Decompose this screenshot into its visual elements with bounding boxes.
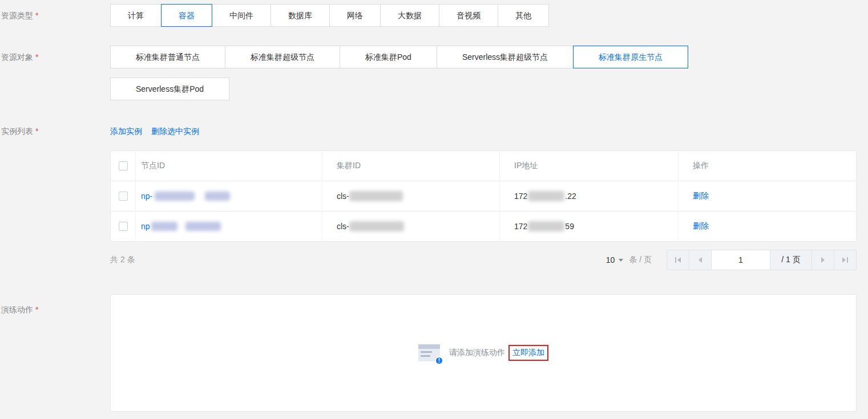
redacted-text (205, 192, 230, 201)
table-row: np cls- 172 59 删除 (111, 211, 856, 241)
resource-object-option-1[interactable]: 标准集群超级节点 (225, 46, 340, 68)
resource-type-option-3[interactable]: 数据库 (271, 4, 330, 27)
column-header-cluster-id: 集群ID (322, 151, 500, 181)
table-row: np- cls- 172 .22 删除 (111, 181, 856, 211)
column-header-operation: 操作 (679, 151, 856, 181)
redacted-text (528, 221, 564, 231)
instance-list-label-text: 实例列表 (1, 127, 33, 136)
page-size-select[interactable]: 10 (606, 255, 624, 265)
required-asterisk: * (35, 11, 38, 20)
node-id-link[interactable]: np (141, 222, 150, 231)
empty-hint-text: 请添加演练动作 (449, 348, 505, 358)
add-instance-link[interactable]: 添加实例 (110, 127, 142, 136)
cluster-id-cell: cls- (322, 211, 500, 241)
resource-type-option-6[interactable]: 音视频 (439, 4, 498, 27)
resource-object-option-0[interactable]: 标准集群普通节点 (110, 46, 225, 68)
prev-page-button[interactable] (689, 250, 712, 270)
resource-object-option-4[interactable]: 标准集群原生节点 (573, 46, 688, 68)
table-header-row: 节点ID 集群ID IP地址 操作 (111, 151, 856, 181)
resource-type-label-text: 资源类型 (1, 11, 33, 20)
arrow-left-icon (677, 257, 681, 263)
resource-type-option-0[interactable]: 计算 (110, 4, 162, 27)
redacted-text (349, 191, 403, 201)
instance-list-content: 添加实例 删除选中实例 节点ID 集群ID IP地址 操作 (110, 124, 857, 270)
drill-action-label: 演练动作* (1, 294, 110, 315)
resource-type-option-2[interactable]: 中间件 (212, 4, 271, 27)
resource-type-options: 计算 容器 中间件 数据库 网络 大数据 音视频 其他 (110, 4, 857, 27)
drill-action-row: 演练动作* ! 请添加演练动作 立即添加 (1, 294, 857, 412)
node-id-link[interactable]: np- (141, 192, 152, 201)
first-page-button[interactable] (667, 250, 689, 270)
resource-type-option-1[interactable]: 容器 (161, 4, 212, 27)
row-checkbox[interactable] (119, 192, 128, 201)
resource-type-option-5[interactable]: 大数据 (380, 4, 439, 27)
row-checkbox[interactable] (119, 222, 128, 231)
ip-prefix-text: 172 (514, 192, 527, 201)
empty-state: ! 请添加演练动作 立即添加 (418, 344, 548, 361)
ip-prefix-text: 172 (514, 222, 527, 231)
node-id-cell: np- (136, 181, 322, 211)
operation-cell: 删除 (679, 211, 856, 241)
arrow-left-icon (699, 257, 702, 263)
pagination-controls: 10 条 / 页 1 / 1 页 (606, 250, 857, 270)
resource-object-button-group-line1: 标准集群普通节点 标准集群超级节点 标准集群Pod Serverless集群超级… (110, 46, 857, 68)
instance-table: 节点ID 集群ID IP地址 操作 np- cls- (110, 150, 857, 242)
cluster-id-text: cls- (337, 222, 349, 231)
instance-list-label: 实例列表* (1, 124, 110, 138)
delete-row-link[interactable]: 删除 (693, 221, 709, 231)
operation-cell: 删除 (679, 181, 856, 211)
redacted-text (349, 221, 404, 231)
column-header-node-id: 节点ID (136, 151, 322, 181)
redacted-text (528, 191, 564, 201)
pager: 1 / 1 页 (667, 250, 857, 270)
pagination-bar: 共 2 条 10 条 / 页 1 (110, 250, 857, 270)
select-all-cell (111, 151, 136, 181)
required-asterisk: * (35, 305, 38, 314)
current-page-input[interactable]: 1 (711, 250, 770, 270)
required-asterisk: * (35, 127, 38, 136)
resource-object-option-5[interactable]: Serverless集群Pod (110, 78, 229, 100)
chevron-down-icon (619, 259, 623, 262)
resource-type-button-group: 计算 容器 中间件 数据库 网络 大数据 音视频 其他 (110, 4, 857, 27)
resource-type-option-4[interactable]: 网络 (329, 4, 381, 27)
cluster-id-text: cls- (337, 192, 349, 201)
first-page-icon (675, 257, 676, 263)
resource-object-row: 资源对象* 标准集群普通节点 标准集群超级节点 标准集群Pod Serverle… (1, 46, 857, 100)
drill-action-label-text: 演练动作 (1, 305, 33, 314)
last-page-button[interactable] (834, 250, 857, 270)
next-page-button[interactable] (812, 250, 834, 270)
resource-object-button-group-line2: Serverless集群Pod (110, 78, 857, 100)
select-all-checkbox[interactable] (119, 161, 128, 170)
resource-object-option-3[interactable]: Serverless集群超级节点 (437, 46, 574, 68)
add-now-link[interactable]: 立即添加 (512, 348, 544, 357)
ip-suffix-text: .22 (565, 192, 576, 201)
instance-actions: 添加实例 删除选中实例 (110, 124, 857, 138)
empty-list-icon-header (418, 344, 440, 349)
last-page-icon (847, 257, 848, 263)
redacted-text (185, 222, 221, 231)
page-total-label: / 1 页 (770, 250, 812, 270)
resource-type-option-7[interactable]: 其他 (498, 4, 549, 27)
redacted-text (155, 192, 195, 201)
ip-cell: 172 .22 (500, 181, 679, 211)
empty-list-icon: ! (418, 344, 440, 361)
row-select-cell (111, 211, 136, 241)
delete-row-link[interactable]: 删除 (693, 191, 709, 201)
drill-action-content: ! 请添加演练动作 立即添加 (110, 294, 857, 412)
required-asterisk: * (35, 52, 38, 62)
page-size-value: 10 (606, 255, 615, 265)
drill-create-form: 资源类型* 计算 容器 中间件 数据库 网络 大数据 音视频 其他 资源对象* … (0, 0, 868, 412)
ip-suffix-text: 59 (565, 222, 574, 231)
exclamation-badge-icon: ! (435, 356, 443, 365)
redacted-text (151, 222, 177, 231)
resource-type-label: 资源类型* (1, 4, 110, 27)
cluster-id-cell: cls- (322, 181, 500, 211)
node-id-cell: np (136, 211, 322, 241)
resource-object-option-2[interactable]: 标准集群Pod (340, 46, 437, 68)
resource-type-row: 资源类型* 计算 容器 中间件 数据库 网络 大数据 音视频 其他 (1, 4, 857, 27)
delete-selected-instances-link[interactable]: 删除选中实例 (151, 127, 199, 136)
resource-object-label-text: 资源对象 (1, 52, 33, 62)
resource-object-label: 资源对象* (1, 46, 110, 68)
per-page-unit-label: 条 / 页 (629, 255, 652, 265)
ip-cell: 172 59 (500, 211, 679, 241)
